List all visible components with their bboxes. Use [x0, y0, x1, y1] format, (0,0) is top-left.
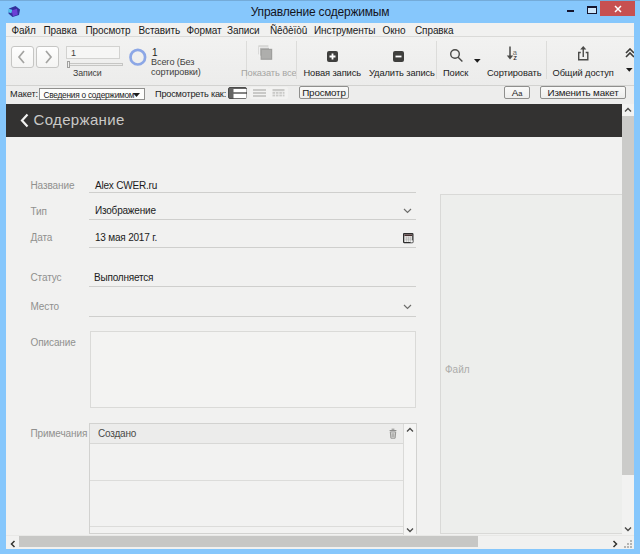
svg-text:z: z [513, 53, 517, 61]
